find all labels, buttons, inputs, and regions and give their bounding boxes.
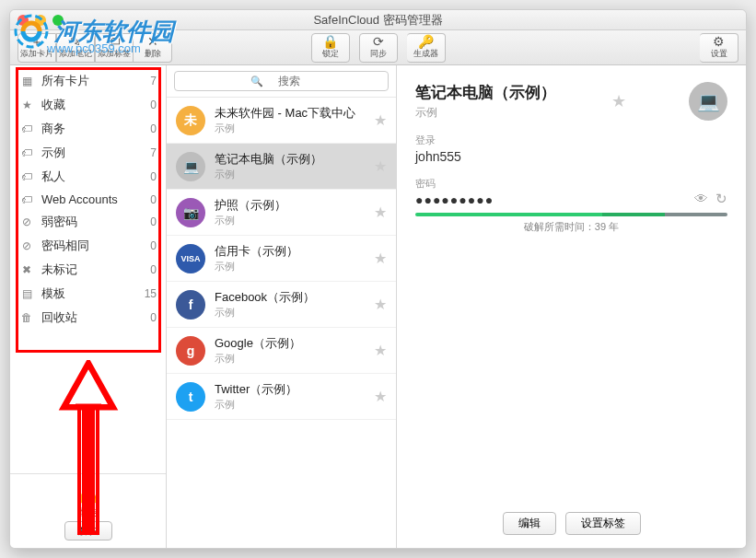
set-tags-button[interactable]: 设置标签 [565,512,641,535]
toolbar-label: 锁定 [322,48,339,60]
laptop-icon: 💻 [689,82,727,121]
sidebar-item-count: 0 [150,239,157,252]
sidebar-item-icon: 🏷 [19,146,34,159]
sidebar: ▦所有卡片7★收藏0🏷商务0🏷示例7🏷私人0🏷Web Accounts0⊘弱密码… [10,65,167,548]
settings-label: 设置 [711,48,727,60]
sidebar-list: ▦所有卡片7★收藏0🏷商务0🏷示例7🏷私人0🏷Web Accounts0⊘弱密码… [10,65,166,473]
card-item[interactable]: gGoogle（示例）示例★ [167,328,396,374]
card-star-icon[interactable]: ★ [374,342,387,359]
sidebar-item[interactable]: 🗑回收站0 [10,306,166,330]
gear-icon: ⚙ [713,35,725,48]
card-subtitle: 示例 [215,260,374,273]
toolbar-center-btn-2[interactable]: 🔑生成器 [407,33,446,63]
toolbar-icon: 🔒 [322,35,338,48]
favorite-star-icon[interactable]: ★ [611,91,626,111]
card-item[interactable]: 💻笔记本电脑（示例）示例★ [167,144,396,190]
card-subtitle: 示例 [215,122,374,135]
card-list: 未未来软件园 - Mac下载中心示例★💻笔记本电脑（示例）示例★📷护照（示例）示… [167,98,396,548]
sidebar-item-count: 0 [150,122,157,135]
sidebar-item-icon: ▤ [19,287,34,300]
toolbar-center-btn-0[interactable]: 🔒锁定 [311,33,350,63]
toolbar-label: 生成器 [413,48,438,60]
toolbar-center-btn-1[interactable]: ⟳同步 [359,33,398,63]
card-list-panel: 🔍 未未来软件园 - Mac下载中心示例★💻笔记本电脑（示例）示例★📷护照（示例… [167,65,397,548]
edit-button[interactable]: 编辑 [503,512,556,535]
sidebar-item-icon: 🗑 [19,311,34,324]
search-wrap: 🔍 [167,65,396,98]
sidebar-item[interactable]: ▦所有卡片7 [10,69,166,93]
card-star-icon[interactable]: ★ [374,250,387,267]
detail-buttons: 编辑 设置标签 [503,512,641,535]
sidebar-warning: ⚠️ 警告 解决 [10,473,166,548]
password-value: ●●●●●●●●● [415,192,694,207]
card-star-icon[interactable]: ★ [374,388,387,405]
card-subtitle: 示例 [215,398,374,412]
card-title: 笔记本电脑（示例） [215,151,374,168]
card-subtitle: 示例 [215,306,374,320]
sidebar-item[interactable]: ✖未标记0 [10,258,166,282]
card-icon: g [176,336,205,366]
sidebar-item-icon: ✖ [19,263,34,276]
card-icon: 📷 [176,198,205,227]
reveal-password-icon[interactable]: 👁 [694,191,708,207]
card-subtitle: 示例 [215,214,374,227]
sidebar-item-label: 模板 [41,285,65,302]
sidebar-item-icon: 🏷 [19,170,34,183]
sidebar-item-label: 回收站 [41,309,77,326]
warning-icon: ⚠️ [17,482,158,504]
password-field: 密码 ●●●●●●●●● 👁 ↻ 破解所需时间：39 年 [415,177,727,234]
card-star-icon[interactable]: ★ [374,111,387,129]
toolbar-center-group: 🔒锁定⟳同步🔑生成器 [311,33,446,63]
sidebar-item-count: 0 [150,170,157,183]
sidebar-item-icon: ⊘ [19,239,34,252]
sidebar-item-label: 密码相同 [41,238,89,254]
strength-segment [541,213,603,216]
card-item[interactable]: tTwitter（示例）示例★ [167,374,396,420]
settings-button[interactable]: ⚙ 设置 [700,33,739,63]
sidebar-item-label: Web Accounts [41,192,118,206]
card-star-icon[interactable]: ★ [374,157,387,175]
sidebar-item-count: 0 [150,215,157,228]
toolbar-icon: 🔑 [418,35,434,48]
detail-panel: 笔记本电脑（示例） 示例 ★ 💻 登录 john555 密码 ●●●●●●●●●… [397,65,746,548]
body: ▦所有卡片7★收藏0🏷商务0🏷示例7🏷私人0🏷Web Accounts0⊘弱密码… [10,65,746,548]
toolbar-label: 同步 [370,48,387,60]
card-title: Twitter（示例） [215,381,374,398]
sidebar-item[interactable]: 🏷私人0 [10,165,166,189]
detail-header: 笔记本电脑（示例） 示例 ★ 💻 [415,82,727,121]
sidebar-item[interactable]: ⊘密码相同0 [10,234,166,258]
card-item[interactable]: VISA信用卡（示例）示例★ [167,236,396,282]
card-item[interactable]: fFacebook（示例）示例★ [167,282,396,328]
sidebar-item-label: 未标记 [41,262,77,278]
sidebar-item[interactable]: ▤模板15 [10,282,166,306]
sidebar-item-label: 所有卡片 [41,73,89,89]
sidebar-item-icon: ⊘ [19,215,34,228]
sidebar-item[interactable]: 🏷示例7 [10,141,166,165]
sidebar-item[interactable]: 🏷Web Accounts0 [10,189,166,210]
app-window: 河东软件园 www.pc0359.com SafeInCloud 密码管理器 ＋… [9,9,747,549]
sidebar-item[interactable]: ⊘弱密码0 [10,210,166,234]
sidebar-item-label: 商务 [41,121,65,137]
card-title: Facebook（示例） [215,289,374,306]
card-star-icon[interactable]: ★ [374,296,387,313]
card-title: 护照（示例） [215,197,374,214]
password-history-icon[interactable]: ↻ [715,191,727,207]
toolbar-right-group: ⚙ 设置 [700,33,739,63]
login-label: 登录 [415,134,727,147]
sidebar-item-icon: ▦ [19,75,34,87]
card-star-icon[interactable]: ★ [374,203,387,221]
warning-text: 警告 [17,506,158,519]
search-input[interactable] [174,71,389,91]
sidebar-item[interactable]: 🏷商务0 [10,117,166,141]
window-title: SafeInCloud 密码管理器 [313,12,442,29]
resolve-button[interactable]: 解决 [64,521,112,541]
sidebar-item[interactable]: ★收藏0 [10,93,166,117]
strength-segment [665,213,727,216]
sidebar-item-label: 弱密码 [41,214,77,230]
card-title: 信用卡（示例） [215,243,374,260]
sidebar-item-count: 0 [150,193,157,206]
card-item[interactable]: 📷护照（示例）示例★ [167,190,396,236]
card-title: 未来软件园 - Mac下载中心 [215,105,374,122]
sidebar-item-icon: ★ [19,99,34,111]
card-item[interactable]: 未未来软件园 - Mac下载中心示例★ [167,98,396,144]
